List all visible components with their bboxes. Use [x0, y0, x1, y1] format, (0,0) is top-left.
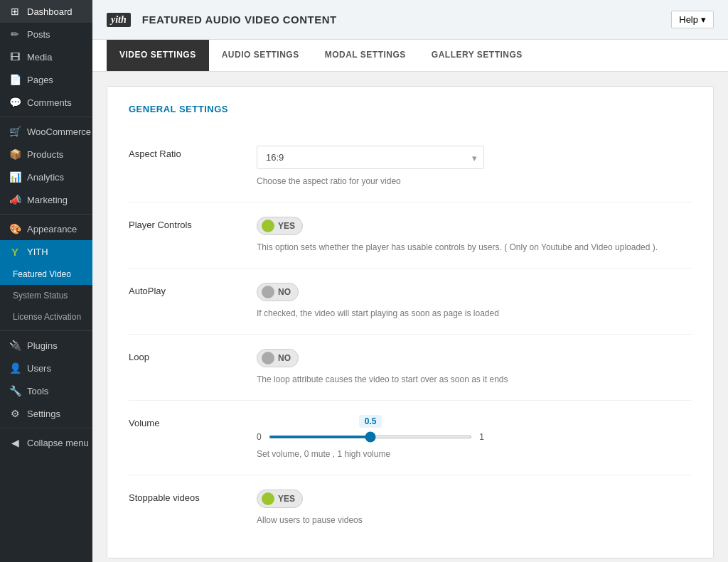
player-controls-toggle-dot: [262, 220, 274, 232]
sidebar-item-analytics[interactable]: 📊 Analytics: [0, 166, 92, 188]
setting-row-autoplay: AutoPlay NO If checked, the video will s…: [129, 269, 692, 335]
sidebar-item-label: Appearance: [27, 224, 77, 234]
sidebar-item-license-activation[interactable]: License Activation: [0, 306, 92, 328]
sidebar-item-label: License Activation: [13, 312, 81, 322]
help-chevron-icon: ▾: [701, 14, 706, 25]
sidebar-item-system-status[interactable]: System Status: [0, 285, 92, 306]
autoplay-toggle-label: NO: [278, 287, 291, 297]
autoplay-description: If checked, the video will start playing…: [257, 307, 692, 320]
player-controls-label: Player Controls: [129, 217, 242, 230]
player-controls-toggle[interactable]: YES: [257, 217, 303, 235]
sidebar-item-comments[interactable]: 💬 Comments: [0, 91, 92, 114]
aspect-ratio-control: 16:9 4:3 1:1 9:16 Choose the aspect rati…: [257, 146, 692, 188]
aspect-ratio-select[interactable]: 16:9 4:3 1:1 9:16: [257, 146, 484, 169]
sidebar-item-plugins[interactable]: 🔌 Plugins: [0, 334, 92, 357]
sidebar-item-label: Plugins: [27, 340, 58, 351]
volume-value: 0.5: [359, 415, 382, 428]
loop-toggle-label: NO: [278, 353, 291, 363]
sidebar-item-users[interactable]: 👤 Users: [0, 357, 92, 379]
loop-control: NO The loop attribute causes the video t…: [257, 349, 692, 386]
products-icon: 📦: [9, 148, 21, 160]
sidebar-item-label: Pages: [27, 75, 53, 85]
settings-panel: GENERAL SETTINGS Aspect Ratio 16:9 4:3 1…: [107, 86, 714, 558]
sidebar-item-label: Analytics: [27, 172, 64, 183]
tab-audio-settings[interactable]: AUDIO SETTINGS: [209, 40, 312, 71]
sidebar-item-label: Users: [27, 363, 51, 374]
sidebar-item-pages[interactable]: 📄 Pages: [0, 68, 92, 91]
pages-icon: 📄: [9, 74, 21, 85]
tools-icon: 🔧: [9, 385, 21, 396]
loop-label: Loop: [129, 349, 242, 362]
sidebar-item-label: Collapse menu: [27, 438, 89, 448]
sidebar-item-label: YITH: [27, 247, 48, 257]
comments-icon: 💬: [9, 97, 21, 108]
autoplay-control: NO If checked, the video will start play…: [257, 283, 692, 320]
sidebar-item-label: Posts: [27, 29, 50, 40]
woocommerce-icon: 🛒: [9, 126, 21, 137]
content-area: GENERAL SETTINGS Aspect Ratio 16:9 4:3 1…: [92, 72, 728, 562]
setting-row-player-controls: Player Controls YES This option sets whe…: [129, 202, 692, 269]
sidebar-item-label: Dashboard: [27, 6, 73, 17]
aspect-ratio-description: Choose the aspect ratio for your video: [257, 175, 692, 188]
stoppable-videos-toggle-label: YES: [278, 494, 295, 504]
sidebar-item-collapse[interactable]: ◀ Collapse menu: [0, 431, 92, 454]
collapse-icon: ◀: [9, 437, 21, 448]
marketing-icon: 📣: [9, 194, 21, 205]
volume-slider-container: 0.5 0 1: [257, 415, 484, 442]
sidebar-item-label: WooCommerce: [27, 126, 91, 137]
logo: yith: [107, 13, 131, 27]
volume-slider[interactable]: [269, 436, 473, 438]
sidebar-item-media[interactable]: 🎞 Media: [0, 45, 92, 68]
sidebar-item-settings[interactable]: ⚙ Settings: [0, 402, 92, 425]
settings-icon: ⚙: [9, 408, 21, 419]
volume-label: Volume: [129, 415, 242, 428]
setting-row-aspect-ratio: Aspect Ratio 16:9 4:3 1:1 9:16 Choose th…: [129, 131, 692, 202]
setting-row-stoppable-videos: Stoppable videos YES Allow users to paus…: [129, 475, 692, 541]
sidebar-item-tools[interactable]: 🔧 Tools: [0, 379, 92, 402]
sidebar-item-label: Media: [27, 52, 52, 63]
sidebar-item-label: Tools: [27, 386, 48, 396]
page-title: FEATURED AUDIO VIDEO CONTENT: [142, 13, 337, 26]
sidebar: ⊞ Dashboard ✏ Posts 🎞 Media 📄 Pages 💬 Co…: [0, 0, 92, 562]
volume-slider-row: 0 1: [257, 432, 484, 442]
sidebar-item-featured-video[interactable]: Featured Video: [0, 264, 92, 285]
posts-icon: ✏: [9, 28, 21, 40]
sidebar-item-label: Settings: [27, 409, 60, 419]
sidebar-item-products[interactable]: 📦 Products: [0, 143, 92, 166]
stoppable-videos-description: Allow users to pause videos: [257, 514, 692, 526]
sidebar-item-yith[interactable]: Y YITH: [0, 240, 92, 264]
sidebar-item-marketing[interactable]: 📣 Marketing: [0, 188, 92, 211]
setting-row-volume: Volume 0.5 0 1 Set volume, 0 mute , 1 hi…: [129, 401, 692, 475]
stoppable-videos-label: Stoppable videos: [129, 490, 242, 503]
setting-row-loop: Loop NO The loop attribute causes the vi…: [129, 335, 692, 401]
analytics-icon: 📊: [9, 171, 21, 183]
tab-gallery-settings[interactable]: GALLERY SETTINGS: [419, 40, 535, 71]
help-button[interactable]: Help ▾: [671, 11, 714, 28]
volume-description: Set volume, 0 mute , 1 high volume: [257, 448, 692, 460]
tabs: VIDEO SETTINGS AUDIO SETTINGS MODAL SETT…: [92, 40, 728, 72]
sidebar-item-label: Marketing: [27, 195, 68, 205]
loop-toggle-dot: [262, 352, 274, 364]
sidebar-item-appearance[interactable]: 🎨 Appearance: [0, 217, 92, 240]
sidebar-item-label: Comments: [27, 97, 72, 108]
autoplay-toggle-dot: [262, 286, 274, 298]
autoplay-toggle[interactable]: NO: [257, 283, 299, 301]
tab-modal-settings[interactable]: MODAL SETTINGS: [312, 40, 419, 71]
autoplay-label: AutoPlay: [129, 283, 242, 296]
sidebar-item-label: System Status: [13, 291, 68, 301]
stoppable-videos-control: YES Allow users to pause videos: [257, 490, 692, 526]
main-content: yith FEATURED AUDIO VIDEO CONTENT Help ▾…: [92, 0, 728, 562]
player-controls-control: YES This option sets whether the player …: [257, 217, 692, 254]
sidebar-item-woocommerce[interactable]: 🛒 WooCommerce: [0, 120, 92, 143]
stoppable-videos-toggle-dot: [262, 492, 274, 505]
tab-video-settings[interactable]: VIDEO SETTINGS: [107, 40, 209, 71]
aspect-ratio-label: Aspect Ratio: [129, 146, 242, 159]
sidebar-item-dashboard[interactable]: ⊞ Dashboard: [0, 0, 92, 23]
section-title: GENERAL SETTINGS: [129, 104, 692, 114]
loop-description: The loop attribute causes the video to s…: [257, 373, 692, 386]
yith-icon: Y: [9, 246, 21, 258]
stoppable-videos-toggle[interactable]: YES: [257, 490, 303, 508]
loop-toggle[interactable]: NO: [257, 349, 299, 367]
sidebar-item-label: Featured Video: [13, 269, 71, 279]
sidebar-item-posts[interactable]: ✏ Posts: [0, 23, 92, 45]
